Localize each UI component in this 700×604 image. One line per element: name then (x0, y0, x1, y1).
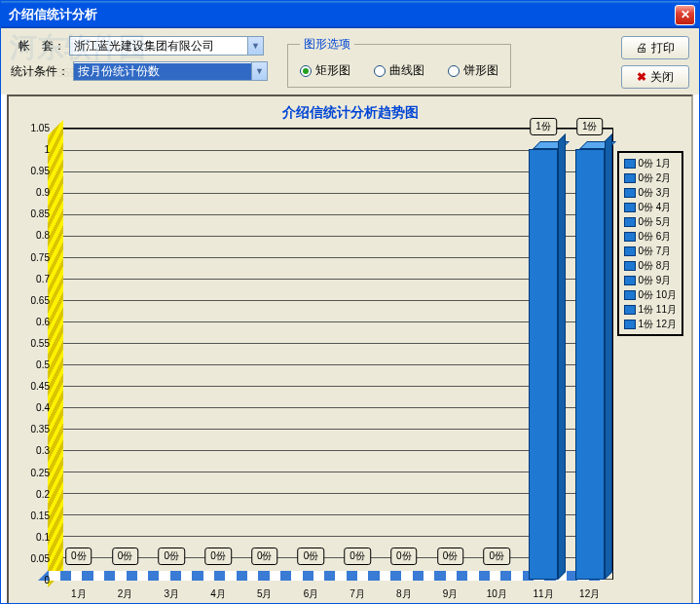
close-icon[interactable]: ✕ (675, 5, 695, 25)
x-tick-label: 11月 (533, 587, 553, 601)
legend-item: 0份 1月 (624, 156, 677, 170)
legend-text: 0份 5月 (639, 214, 672, 229)
radio-bar[interactable]: 矩形图 (300, 62, 350, 79)
legend-item: 0份 8月 (624, 258, 677, 273)
legend-swatch-icon (624, 246, 636, 256)
legend-item: 1份 12月 (624, 317, 677, 331)
y-tick-label: 0.5 (36, 359, 50, 370)
chart-type-group: 图形选项 矩形图 曲线图 饼形图 (287, 36, 511, 88)
chart-panel: 介绍信统计分析趋势图 0份0份0份0份0份0份0份0份0份0份1份1份 1月2月… (7, 94, 693, 604)
bar-value-label: 0份 (483, 547, 510, 565)
y-tick-label: 1 (44, 144, 50, 155)
legend-swatch-icon (624, 173, 636, 183)
group-title: 图形选项 (300, 36, 354, 53)
bar-value-label: 0份 (204, 547, 232, 565)
legend-swatch-icon (624, 188, 636, 198)
x-tick-label: 1月 (71, 587, 87, 601)
y-tick-label: 0.4 (36, 402, 50, 413)
y-tick-label: 0.75 (31, 251, 50, 262)
x-tick-label: 5月 (257, 587, 273, 601)
legend-text: 0份 1月 (639, 156, 672, 170)
close-button[interactable]: ✖ 关闭 (621, 65, 689, 89)
account-combo[interactable]: 浙江蓝光建设集团有限公司 ▼ (69, 36, 264, 56)
y-tick-label: 0.65 (31, 294, 50, 305)
legend-text: 0份 4月 (639, 200, 672, 214)
bar-value-label: 0份 (65, 547, 92, 565)
x-tick-label: 8月 (396, 587, 412, 601)
radio-dot-icon (448, 65, 460, 77)
legend-item: 0份 5月 (624, 214, 677, 229)
y-tick-label: 0.2 (36, 488, 50, 499)
x-tick-label: 9月 (443, 587, 459, 601)
close-x-icon: ✖ (637, 70, 646, 84)
legend-text: 0份 8月 (639, 258, 672, 273)
legend-item: 0份 4月 (624, 200, 677, 214)
chart-legend: 0份 1月0份 2月0份 3月0份 4月0份 5月0份 6月0份 7月0份 8月… (617, 151, 683, 336)
legend-item: 0份 9月 (624, 273, 677, 287)
legend-item: 0份 7月 (624, 244, 677, 258)
legend-swatch-icon (624, 261, 636, 271)
y-tick-label: 0.3 (36, 445, 50, 456)
chevron-down-icon[interactable]: ▼ (247, 37, 263, 55)
condition-value: 按月份统计份数 (74, 63, 251, 80)
radio-bar-label: 矩形图 (315, 62, 350, 79)
chart-plot: 0份0份0份0份0份0份0份0份0份0份1份1份 1月2月3月4月5月6月7月8… (55, 128, 613, 580)
print-button[interactable]: 🖨 打印 (621, 36, 689, 59)
title-bar: 介绍信统计分析 ✕ (1, 1, 699, 28)
legend-text: 1份 11月 (639, 302, 677, 317)
y-tick-label: 0.8 (36, 230, 50, 241)
print-label: 打印 (651, 40, 675, 57)
legend-text: 0份 7月 (639, 244, 672, 258)
y-tick-label: 0.95 (31, 166, 50, 176)
bar-value-label: 0份 (437, 547, 464, 565)
chart-bar: 1份 (529, 149, 558, 580)
legend-swatch-icon (624, 203, 636, 212)
condition-combo[interactable]: 按月份统计份数 ▼ (73, 61, 268, 81)
y-tick-label: 0.6 (36, 316, 50, 326)
legend-text: 0份 10月 (639, 287, 677, 302)
bar-value-label: 1份 (530, 118, 557, 135)
bar-value-label: 0份 (390, 547, 418, 565)
x-tick-label: 7月 (350, 587, 365, 601)
radio-pie-label: 饼形图 (463, 62, 498, 79)
y-tick-label: 0.55 (31, 337, 50, 348)
y-tick-label: 0.7 (36, 273, 50, 283)
y-tick-label: 0.1 (36, 531, 50, 542)
radio-dot-icon (374, 65, 386, 77)
legend-swatch-icon (624, 217, 636, 227)
y-tick-label: 0.25 (31, 467, 50, 477)
x-tick-label: 10月 (487, 587, 507, 601)
y-tick-label: 0.45 (31, 381, 50, 392)
y-tick-label: 0.85 (31, 208, 50, 219)
y-tick-label: 0.9 (36, 187, 50, 198)
legend-item: 1份 11月 (624, 302, 677, 317)
bar-value-label: 0份 (158, 547, 185, 565)
chevron-down-icon[interactable]: ▼ (251, 62, 267, 80)
legend-swatch-icon (624, 232, 636, 242)
legend-swatch-icon (624, 320, 636, 329)
account-label: 帐 套： (11, 38, 65, 55)
legend-item: 0份 6月 (624, 229, 677, 244)
x-tick-label: 4月 (210, 587, 226, 601)
legend-text: 1份 12月 (639, 317, 677, 331)
legend-text: 0份 9月 (639, 273, 672, 287)
y-tick-label: 0.15 (31, 510, 50, 520)
account-value: 浙江蓝光建设集团有限公司 (70, 38, 247, 55)
bar-value-label: 0份 (112, 547, 139, 565)
legend-text: 0份 6月 (639, 229, 672, 244)
toolbar: 帐 套： 浙江蓝光建设集团有限公司 ▼ 统计条件： 按月份统计份数 ▼ 图形选项… (1, 28, 699, 94)
radio-pie[interactable]: 饼形图 (448, 62, 498, 79)
window-title: 介绍信统计分析 (9, 6, 675, 23)
bar-value-label: 0份 (298, 547, 325, 565)
close-label: 关闭 (650, 69, 674, 86)
legend-text: 0份 3月 (639, 185, 672, 200)
legend-swatch-icon (624, 290, 636, 300)
bar-value-label: 0份 (344, 547, 371, 565)
legend-item: 0份 3月 (624, 185, 677, 200)
y-tick-label: 0 (44, 575, 50, 585)
printer-icon: 🖨 (636, 41, 647, 55)
legend-swatch-icon (624, 159, 636, 169)
legend-swatch-icon (624, 305, 636, 315)
radio-curve[interactable]: 曲线图 (374, 62, 424, 79)
x-tick-label: 2月 (118, 587, 133, 601)
